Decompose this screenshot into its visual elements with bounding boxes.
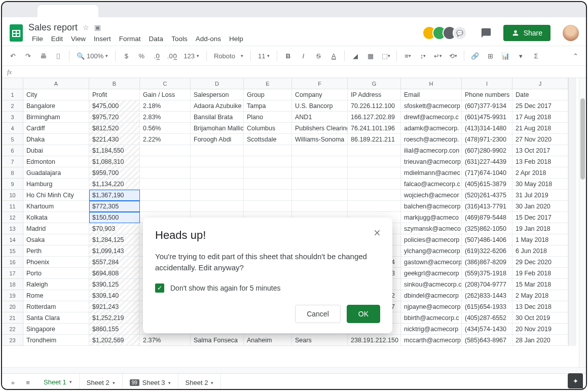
cell[interactable]: bbirth@acmecorp.c bbox=[401, 312, 462, 324]
collaborator-avatars[interactable]: 💬 bbox=[426, 26, 467, 40]
cell[interactable]: Sears bbox=[292, 335, 348, 346]
cell[interactable] bbox=[191, 201, 244, 212]
cell[interactable]: 13 Dec 2018 bbox=[512, 301, 568, 312]
cell[interactable]: Salma Fonseca bbox=[191, 335, 244, 346]
row-header[interactable]: 7 bbox=[2, 156, 23, 167]
cell[interactable]: Anaheim bbox=[244, 335, 292, 346]
cell[interactable] bbox=[140, 145, 191, 156]
horizontal-scrollbar[interactable] bbox=[2, 367, 586, 373]
menu-insert[interactable]: Insert bbox=[90, 33, 115, 44]
chevron-down-icon[interactable]: ▾ bbox=[168, 380, 171, 385]
cell[interactable] bbox=[140, 156, 191, 167]
cell[interactable]: (478)971-2300 bbox=[462, 134, 512, 145]
increase-decimal-icon[interactable]: .00̲ bbox=[165, 49, 178, 62]
cell[interactable] bbox=[348, 201, 401, 212]
cell[interactable]: drewf@acmecorp.c bbox=[401, 112, 462, 123]
cell[interactable]: $1,202,569 bbox=[89, 335, 140, 346]
cell[interactable] bbox=[292, 145, 348, 156]
chevron-down-icon[interactable]: ▾ bbox=[113, 380, 115, 385]
col-header-G[interactable]: G bbox=[348, 78, 401, 89]
add-sheet-icon[interactable]: ＋ bbox=[6, 376, 19, 389]
col-header-E[interactable]: E bbox=[244, 78, 292, 89]
cell[interactable]: 86.189.221.211 bbox=[348, 134, 401, 145]
row-header[interactable]: 1 bbox=[2, 89, 23, 100]
cell[interactable]: wojciech@acmecor bbox=[401, 190, 462, 201]
row-header[interactable]: 8 bbox=[2, 167, 23, 179]
undo-icon[interactable]: ↶ bbox=[6, 49, 19, 62]
cell[interactable]: $150,500 bbox=[89, 212, 140, 223]
cell[interactable]: (325)862-1050 bbox=[462, 223, 512, 234]
cell[interactable]: sinkou@acmecorp.c bbox=[401, 279, 462, 290]
cell[interactable]: (434)574-1430 bbox=[462, 324, 512, 335]
cell[interactable]: AND1 bbox=[292, 112, 348, 123]
cell[interactable] bbox=[292, 156, 348, 167]
cell[interactable]: 30 Oct 2019 bbox=[512, 312, 568, 324]
row-header[interactable]: 21 bbox=[2, 312, 23, 324]
cell[interactable]: $959,700 bbox=[89, 167, 140, 179]
cell[interactable]: (717)674-1040 bbox=[462, 167, 512, 179]
col-header-A[interactable]: A bbox=[23, 78, 89, 89]
cell[interactable]: $812,520 bbox=[89, 123, 140, 134]
cell[interactable]: (208)704-9777 bbox=[462, 279, 512, 290]
row-header[interactable]: 11 bbox=[2, 201, 23, 212]
font-selector[interactable]: Roboto ▾ bbox=[211, 52, 246, 60]
cell[interactable]: 2 Apr 2018 bbox=[512, 167, 568, 179]
cell[interactable]: $1,284,125 bbox=[89, 234, 140, 245]
cell[interactable]: Khartoum bbox=[23, 201, 89, 212]
cell[interactable]: falcao@acmecorp.c bbox=[401, 179, 462, 190]
cell[interactable]: geekgrl@acmecorp bbox=[401, 268, 462, 279]
cell[interactable]: (607)377-9134 bbox=[462, 100, 512, 112]
strikethrough-icon[interactable]: S bbox=[312, 49, 325, 62]
cell[interactable]: Hamburg bbox=[23, 179, 89, 190]
col-header-J[interactable]: J bbox=[512, 78, 568, 89]
cell[interactable]: 2 May 2018 bbox=[512, 290, 568, 301]
cell[interactable]: 31 Jul 2019 bbox=[512, 190, 568, 201]
cell[interactable]: mccarth@acmecorp bbox=[401, 335, 462, 346]
row-header[interactable]: 9 bbox=[2, 179, 23, 190]
v-align-icon[interactable]: ↕▾ bbox=[416, 49, 429, 62]
cell[interactable]: 70.226.112.100 bbox=[348, 100, 401, 112]
cell[interactable]: 27 Nov 2020 bbox=[512, 134, 568, 145]
cell[interactable] bbox=[348, 190, 401, 201]
menu-edit[interactable]: Edit bbox=[48, 33, 66, 44]
row-header[interactable]: 22 bbox=[2, 324, 23, 335]
chevron-down-icon[interactable]: ▾ bbox=[69, 379, 72, 384]
cell[interactable] bbox=[191, 190, 244, 201]
cell[interactable]: roesch@acmecorp. bbox=[401, 134, 462, 145]
explore-icon[interactable] bbox=[568, 373, 583, 388]
dont-show-checkbox[interactable]: ✓ bbox=[155, 283, 164, 293]
cell[interactable] bbox=[191, 179, 244, 190]
col-header-B[interactable]: B bbox=[89, 78, 140, 89]
h-align-icon[interactable]: ≡▾ bbox=[401, 49, 414, 62]
cell[interactable]: Birmingham bbox=[23, 112, 89, 123]
sheet-tab[interactable]: 99Sheet 3▾ bbox=[123, 374, 178, 390]
row-header[interactable]: 19 bbox=[2, 290, 23, 301]
cell[interactable]: (601)475-9931 bbox=[462, 112, 512, 123]
cell[interactable]: Phoenix bbox=[23, 257, 89, 268]
vertical-scrollbar[interactable] bbox=[579, 78, 586, 373]
spreadsheet-grid[interactable]: ABCDEFGHIJ1CityProfitGain / LossSalesper… bbox=[2, 78, 586, 373]
row-header[interactable]: 13 bbox=[2, 223, 23, 234]
cell[interactable]: Publishers Clearing bbox=[292, 123, 348, 134]
row-header[interactable]: 12 bbox=[2, 212, 23, 223]
cell[interactable]: Ho Chi Minh City bbox=[23, 190, 89, 201]
cell[interactable]: (262)833-1443 bbox=[462, 290, 512, 301]
cell[interactable]: $772,305 bbox=[89, 201, 140, 212]
cell[interactable]: 17 Aug 2018 bbox=[512, 112, 568, 123]
cell[interactable]: 2.22% bbox=[140, 134, 191, 145]
cell[interactable]: Bangalore bbox=[23, 100, 89, 112]
cell[interactable]: 2.83% bbox=[140, 112, 191, 123]
font-size-selector[interactable]: 11 ▾ bbox=[255, 52, 273, 60]
cell[interactable]: 1 May 2018 bbox=[512, 234, 568, 245]
account-avatar[interactable] bbox=[563, 25, 579, 41]
row-header[interactable]: 6 bbox=[2, 145, 23, 156]
cell[interactable]: Guadalajara bbox=[23, 167, 89, 179]
cell[interactable] bbox=[348, 179, 401, 190]
cell[interactable]: (386)867-8209 bbox=[462, 257, 512, 268]
number-format-selector[interactable]: 123 ▾ bbox=[180, 52, 202, 60]
cell[interactable]: (469)879-5448 bbox=[462, 212, 512, 223]
cell[interactable]: (520)261-4375 bbox=[462, 190, 512, 201]
cell[interactable]: Adaora Azubuike bbox=[191, 100, 244, 112]
cell[interactable] bbox=[348, 156, 401, 167]
menu-tools[interactable]: Tools bbox=[168, 33, 191, 44]
